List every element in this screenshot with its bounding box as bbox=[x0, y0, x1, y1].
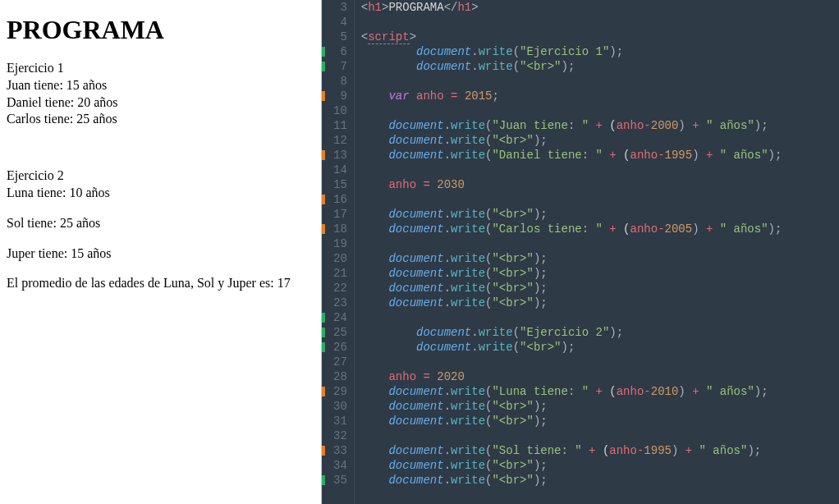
output-line: Ejercicio 2 bbox=[7, 167, 314, 185]
code-area[interactable]: <h1>PROGRAMA</h1><script> document.write… bbox=[355, 0, 789, 504]
line-number: 33 bbox=[333, 443, 347, 458]
line-number: 21 bbox=[333, 266, 347, 281]
output-line: Juper tiene: 15 años bbox=[7, 245, 314, 263]
code-line[interactable] bbox=[361, 428, 782, 443]
output-line: Luna tiene: 10 años bbox=[7, 185, 314, 202]
code-line[interactable] bbox=[361, 355, 782, 369]
line-number: 34 bbox=[333, 458, 347, 473]
line-number: 35 bbox=[333, 473, 347, 488]
page-title: PROGRAMA bbox=[7, 15, 314, 45]
output-line: Daniel tiene: 20 años bbox=[7, 94, 314, 112]
code-editor-pane[interactable]: 3456789101112131415161718192021222324252… bbox=[322, 0, 839, 504]
code-line[interactable] bbox=[361, 74, 782, 89]
code-line[interactable]: document.write("<br>"); bbox=[361, 458, 782, 473]
code-line[interactable] bbox=[361, 192, 782, 207]
code-line[interactable]: document.write("<br>"); bbox=[361, 207, 782, 222]
output-line: Sol tiene: 25 años bbox=[7, 215, 314, 232]
line-number: 26 bbox=[333, 340, 347, 355]
gutter-change-marker bbox=[322, 475, 325, 485]
code-line[interactable] bbox=[361, 15, 782, 30]
code-line[interactable]: document.write("Ejercicio 1"); bbox=[361, 44, 782, 59]
code-line[interactable] bbox=[361, 310, 782, 325]
line-number: 6 bbox=[333, 44, 347, 59]
line-number: 12 bbox=[333, 133, 347, 148]
code-line[interactable]: document.write("<br>"); bbox=[361, 59, 782, 74]
gutter-change-marker bbox=[322, 224, 325, 234]
code-line[interactable]: document.write("<br>"); bbox=[361, 266, 782, 281]
output-line: Ejercicio 1 bbox=[7, 60, 314, 77]
line-number: 29 bbox=[333, 384, 347, 399]
code-line[interactable]: document.write("<br>"); bbox=[361, 133, 782, 148]
code-line[interactable]: document.write("<br>"); bbox=[361, 399, 782, 414]
code-line[interactable] bbox=[361, 163, 782, 177]
code-line[interactable]: document.write("<br>"); bbox=[361, 414, 782, 428]
code-line[interactable] bbox=[361, 103, 782, 118]
browser-preview-pane: PROGRAMA Ejercicio 1 Juan tiene: 15 años… bbox=[0, 0, 322, 504]
gutter-change-marker bbox=[322, 91, 325, 101]
line-number: 31 bbox=[333, 414, 347, 428]
blank-gap bbox=[7, 128, 314, 167]
line-number: 9 bbox=[333, 89, 347, 103]
code-line[interactable]: document.write("<br>"); bbox=[361, 340, 782, 355]
line-number: 8 bbox=[333, 74, 347, 89]
code-line[interactable]: document.write("Luna tiene: " + (anho-20… bbox=[361, 384, 782, 399]
gutter-change-marker bbox=[322, 62, 325, 71]
line-number: 15 bbox=[333, 177, 347, 192]
output-line: Carlos tiene: 25 años bbox=[7, 111, 314, 128]
gutter-change-marker bbox=[322, 387, 325, 396]
line-number: 13 bbox=[333, 148, 347, 163]
output-line: Juan tiene: 15 años bbox=[7, 77, 314, 94]
code-line[interactable]: <h1>PROGRAMA</h1> bbox=[361, 0, 782, 15]
gutter-change-marker bbox=[322, 47, 325, 57]
code-line[interactable]: anho = 2020 bbox=[361, 369, 782, 384]
line-number: 5 bbox=[333, 30, 347, 44]
code-line[interactable] bbox=[361, 236, 782, 251]
code-line[interactable]: document.write("<br>"); bbox=[361, 251, 782, 266]
line-number: 10 bbox=[333, 103, 347, 118]
line-number: 27 bbox=[333, 355, 347, 369]
line-number: 18 bbox=[333, 222, 347, 236]
line-number: 16 bbox=[333, 192, 347, 207]
blank-gap bbox=[7, 262, 314, 275]
output-line: El promedio de las edades de Luna, Sol y… bbox=[7, 275, 314, 292]
line-number: 20 bbox=[333, 251, 347, 266]
line-number: 30 bbox=[333, 399, 347, 414]
code-line[interactable]: document.write("Sol tiene: " + (anho-199… bbox=[361, 443, 782, 458]
line-number-gutter: 3456789101112131415161718192021222324252… bbox=[322, 0, 355, 504]
code-line[interactable]: document.write("Carlos tiene: " + (anho-… bbox=[361, 222, 782, 236]
line-number: 24 bbox=[333, 310, 347, 325]
line-number: 32 bbox=[333, 428, 347, 443]
gutter-change-marker bbox=[322, 195, 325, 204]
line-number: 22 bbox=[333, 281, 347, 296]
blank-gap bbox=[7, 232, 314, 245]
line-number: 3 bbox=[333, 0, 347, 15]
line-number: 23 bbox=[333, 296, 347, 310]
line-number: 17 bbox=[333, 207, 347, 222]
gutter-change-marker bbox=[322, 313, 325, 323]
gutter-change-marker bbox=[322, 446, 325, 456]
code-line[interactable]: anho = 2030 bbox=[361, 177, 782, 192]
code-line[interactable]: document.write("Juan tiene: " + (anho-20… bbox=[361, 118, 782, 133]
code-line[interactable]: document.write("<br>"); bbox=[361, 473, 782, 488]
line-number: 25 bbox=[333, 325, 347, 340]
blank-gap bbox=[7, 202, 314, 215]
gutter-change-marker bbox=[322, 342, 325, 352]
line-number: 7 bbox=[333, 59, 347, 74]
line-number: 11 bbox=[333, 118, 347, 133]
code-line[interactable]: document.write("Daniel tiene: " + (anho-… bbox=[361, 148, 782, 163]
line-number: 4 bbox=[333, 15, 347, 30]
line-number: 28 bbox=[333, 369, 347, 384]
gutter-change-marker bbox=[322, 150, 325, 160]
line-number: 19 bbox=[333, 236, 347, 251]
code-line[interactable]: document.write("<br>"); bbox=[361, 281, 782, 296]
code-line[interactable]: <script> bbox=[361, 30, 782, 44]
code-line[interactable]: document.write("Ejercicio 2"); bbox=[361, 325, 782, 340]
code-line[interactable]: document.write("<br>"); bbox=[361, 296, 782, 310]
gutter-change-marker bbox=[322, 328, 325, 337]
code-line[interactable]: var anho = 2015; bbox=[361, 89, 782, 103]
line-number: 14 bbox=[333, 163, 347, 177]
